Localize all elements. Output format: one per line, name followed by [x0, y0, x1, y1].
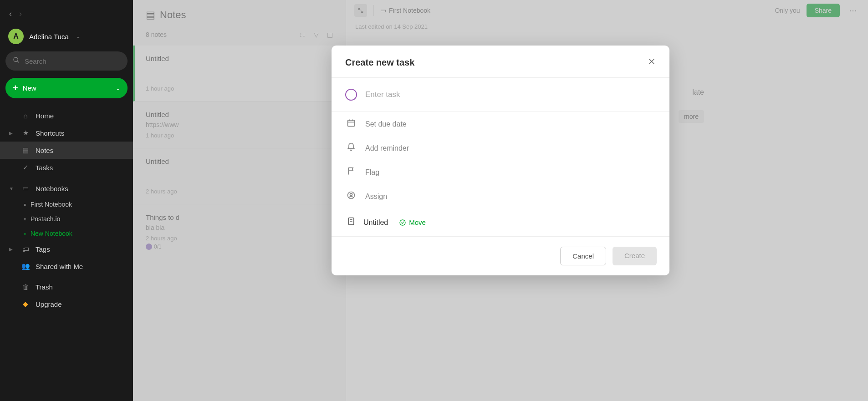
search-icon — [13, 56, 20, 66]
expand-icon: ▼ — [9, 186, 15, 191]
cancel-button[interactable]: Cancel — [560, 247, 606, 265]
svg-point-9 — [350, 193, 352, 196]
modal-overlay: Create new task Set due date — [133, 0, 868, 401]
search-input[interactable] — [25, 57, 120, 65]
notebook-icon: ▫ — [24, 201, 26, 208]
flag-icon — [345, 167, 357, 178]
bell-icon — [345, 142, 357, 154]
nav-arrows: ‹ › — [0, 4, 133, 24]
sidebar-item-shared[interactable]: 👥 Shared with Me — [0, 258, 133, 275]
sidebar-item-label: Upgrade — [36, 300, 62, 308]
trash-icon: 🗑 — [21, 283, 30, 291]
sidebar-item-home[interactable]: ⌂ Home — [0, 107, 133, 124]
user-menu[interactable]: A Adelina Tuca ⌄ — [0, 24, 133, 51]
sidebar-item-tasks[interactable]: ✓ Tasks — [0, 159, 133, 176]
notebook-item-new[interactable]: ▫ New Notebook — [0, 226, 133, 241]
option-label: Assign — [365, 193, 387, 201]
home-icon: ⌂ — [21, 112, 30, 120]
note-icon — [345, 217, 357, 228]
close-button[interactable] — [648, 56, 656, 68]
person-icon — [345, 191, 357, 202]
option-reminder[interactable]: Add reminder — [332, 136, 669, 160]
sidebar-item-shortcuts[interactable]: ▶★ Shortcuts — [0, 124, 133, 142]
tag-icon: 🏷 — [21, 245, 30, 253]
move-label: Move — [409, 218, 426, 226]
sidebar-item-label: Shared with Me — [36, 263, 83, 270]
modal-note-row: Untitled Move — [332, 208, 669, 236]
sidebar-item-label: Shortcuts — [36, 129, 64, 137]
sidebar-item-label: Notes — [36, 147, 53, 154]
people-icon: 👥 — [21, 262, 30, 270]
create-task-modal: Create new task Set due date — [332, 46, 669, 275]
option-due-date[interactable]: Set due date — [332, 112, 669, 136]
notebook-label: Postach.io — [31, 215, 60, 223]
create-button[interactable]: Create — [613, 247, 657, 265]
expand-icon: ▶ — [9, 247, 15, 252]
sidebar: ‹ › A Adelina Tuca ⌄ + New ⌄ ⌂ Home ▶★ S… — [0, 0, 133, 401]
task-checkbox-icon[interactable] — [345, 89, 357, 101]
option-label: Add reminder — [365, 144, 409, 152]
calendar-icon — [345, 118, 357, 130]
forward-arrow-icon[interactable]: › — [19, 9, 22, 19]
sidebar-item-notes[interactable]: ▤ Notes — [0, 142, 133, 159]
sidebar-item-tags[interactable]: ▶🏷 Tags — [0, 241, 133, 258]
notebook-plus-icon: ▫ — [24, 230, 26, 237]
option-flag[interactable]: Flag — [332, 160, 669, 184]
svg-rect-4 — [348, 120, 355, 126]
move-link[interactable]: Move — [399, 218, 426, 226]
svg-point-0 — [14, 57, 18, 61]
option-label: Set due date — [365, 120, 407, 128]
modal-footer: Cancel Create — [332, 236, 669, 275]
notebook-item-first[interactable]: ▫ First Notebook — [0, 197, 133, 212]
sidebar-item-upgrade[interactable]: ◆ Upgrade — [0, 295, 133, 313]
notebook-label: New Notebook — [31, 230, 72, 237]
svg-line-1 — [17, 61, 19, 62]
modal-title: Create new task — [345, 57, 414, 68]
notebook-icon: ▭ — [21, 184, 30, 193]
new-button[interactable]: + New ⌄ — [5, 78, 128, 98]
notebook-item-postach[interactable]: ▫ Postach.io — [0, 212, 133, 226]
upgrade-icon: ◆ — [21, 300, 30, 308]
expand-icon: ▶ — [9, 131, 15, 136]
sidebar-item-label: Tags — [36, 245, 50, 253]
task-input-row — [332, 78, 669, 112]
notebook-label: First Notebook — [31, 201, 72, 208]
sidebar-item-notebooks[interactable]: ▼▭ Notebooks — [0, 180, 133, 197]
sidebar-item-trash[interactable]: 🗑 Trash — [0, 279, 133, 295]
chevron-down-icon: ⌄ — [116, 85, 120, 91]
sidebar-item-label: Tasks — [36, 164, 53, 172]
sidebar-item-label: Notebooks — [36, 185, 68, 193]
task-input[interactable] — [365, 90, 656, 99]
main-area: ▤ Notes 8 notes ↕↓ ▽ ◫ Untitled1 hour ag… — [133, 0, 868, 401]
chevron-down-icon: ⌄ — [76, 33, 81, 40]
check-circle-icon: ✓ — [21, 163, 30, 172]
user-name-label: Adelina Tuca — [29, 33, 69, 41]
note-icon: ▤ — [21, 146, 30, 154]
back-arrow-icon[interactable]: ‹ — [9, 9, 12, 19]
svg-point-13 — [400, 220, 405, 225]
option-label: Flag — [365, 168, 379, 177]
avatar: A — [8, 29, 24, 44]
option-assign[interactable]: Assign — [332, 184, 669, 208]
sidebar-item-label: Trash — [36, 283, 53, 291]
sidebar-item-label: Home — [36, 112, 54, 120]
modal-header: Create new task — [332, 46, 669, 77]
new-button-label: New — [23, 84, 111, 92]
star-icon: ★ — [21, 129, 30, 137]
plus-icon: + — [13, 83, 18, 93]
modal-note-name: Untitled — [363, 218, 388, 227]
search-box[interactable] — [5, 51, 128, 71]
notebook-icon: ▫ — [24, 215, 26, 223]
